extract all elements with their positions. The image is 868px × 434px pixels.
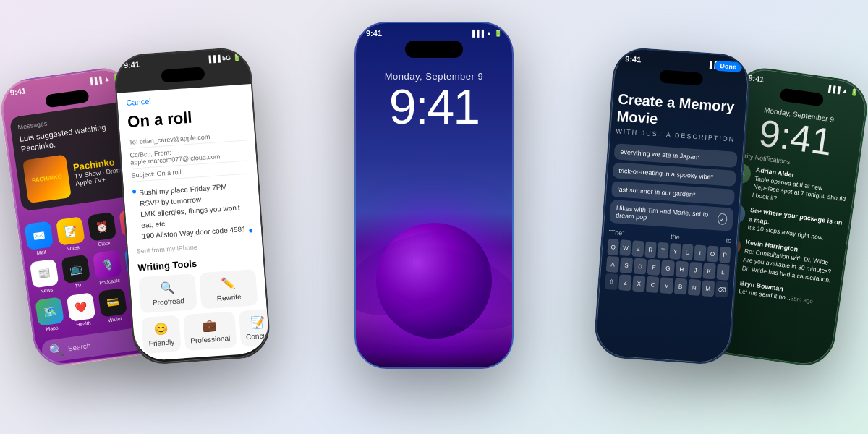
pachinko-info: Pachinko TV Show · Drama Apple TV+	[72, 155, 127, 187]
phone2-email-title: On a roll	[127, 105, 244, 132]
phone5-time: 9:41	[748, 73, 765, 84]
phone4-header: 9:41 ▐▐▐ ▲ 🔋 Done	[615, 48, 750, 75]
phone1-notif-source: Messages	[17, 120, 48, 132]
phone2-cancel-btn[interactable]: Cancel	[126, 90, 243, 107]
tool-proofread[interactable]: 🔍 Proofread	[138, 273, 197, 313]
tool-concise[interactable]: 📝 Concise	[239, 308, 270, 347]
app-tv[interactable]: 📺 TV	[61, 254, 91, 290]
memory-item-4[interactable]: Hikes with Tim and Marie, set to dream p…	[609, 200, 733, 231]
app-clock[interactable]: ⏰ Clock	[88, 212, 118, 248]
search-label: Search	[67, 341, 91, 352]
phone4-dynamic-island	[659, 69, 703, 85]
key-Z[interactable]: Z	[618, 274, 632, 291]
key-X[interactable]: X	[632, 275, 646, 292]
professional-label: Professional	[190, 334, 231, 345]
app-podcasts[interactable]: 🎙️ Podcasts	[93, 250, 123, 286]
writing-tools-grid: 🔍 Proofread ✏️ Rewrite	[138, 269, 258, 313]
phone3-dynamic-island	[405, 41, 463, 58]
key-U[interactable]: U	[681, 244, 694, 260]
phone4-time: 9:41	[625, 54, 642, 64]
phone2-status-bar: 9:41 ▐▐▐ 5G 🔋	[123, 53, 240, 69]
app-mail[interactable]: ✉️ Mail	[24, 221, 54, 257]
key-I[interactable]: I	[694, 244, 707, 261]
concise-icon: 📝	[250, 315, 265, 329]
phone4-content: Create a Memory Movie With just a descri…	[595, 84, 748, 365]
key-F[interactable]: F	[647, 259, 661, 276]
phone4-done-btn[interactable]: Done	[714, 61, 742, 73]
phone-4: 9:41 ▐▐▐ ▲ 🔋 Done Create a Memory Movie …	[593, 46, 752, 366]
rewrite-icon: ✏️	[221, 276, 236, 291]
key-H[interactable]: H	[675, 261, 689, 278]
blue-dot-1	[132, 190, 136, 193]
key-M[interactable]: M	[702, 280, 715, 297]
key-C[interactable]: C	[646, 276, 660, 293]
proofread-label: Proofread	[153, 297, 185, 307]
checkmark-circle: ✓	[717, 213, 727, 225]
friendly-label: Friendly	[148, 338, 174, 347]
key-B[interactable]: B	[673, 278, 687, 294]
app-notes[interactable]: 📝 Notes	[56, 216, 86, 252]
key-G[interactable]: G	[661, 260, 675, 276]
key-D[interactable]: D	[634, 258, 647, 275]
phone3-lockscreen: 9:41 ▐▐▐ ▲ 🔋 Monday, September 9 9:41	[356, 23, 512, 367]
key-R[interactable]: R	[644, 242, 657, 258]
app-maps[interactable]: 🗺️ Maps	[35, 297, 65, 333]
app-health[interactable]: ❤️ Health	[67, 292, 97, 328]
phone-2: 9:41 ▐▐▐ 5G 🔋 Cancel On a roll To: brian…	[113, 46, 272, 366]
proofread-icon: 🔍	[160, 281, 175, 295]
tool-professional[interactable]: 💼 Professional	[183, 311, 237, 351]
phone4-keyboard: "The" the to Q W E R T Y U I O P A	[605, 229, 731, 298]
key-S[interactable]: S	[620, 257, 634, 273]
writing-tools-row2: 😊 Friendly 💼 Professional 📝 Concise	[141, 310, 260, 354]
notif-4-text: Bryn Bowman Let me send it no... 35m ago	[738, 278, 814, 307]
phone3-lock-time: 9:41	[363, 82, 505, 131]
friendly-icon: 😊	[153, 322, 169, 336]
rewrite-label: Rewrite	[216, 293, 242, 302]
search-icon: 🔍	[48, 342, 64, 358]
tool-rewrite[interactable]: ✏️ Rewrite	[199, 269, 258, 309]
phone3-content: Monday, September 9 9:41	[356, 64, 512, 138]
concise-label: Concise	[246, 331, 270, 341]
phone4-memory-list: everything we ate in Japan* trick-or-tre…	[609, 143, 737, 231]
app-news[interactable]: 📰 News	[30, 258, 60, 294]
key-P[interactable]: P	[719, 247, 731, 263]
key-O[interactable]: O	[707, 246, 719, 263]
phone2-dynamic-island	[161, 67, 205, 82]
phone2-mail-content: Cancel On a roll To: brian_carey@apple.c…	[117, 84, 270, 362]
phone3-date: Monday, September 9	[363, 71, 505, 82]
key-T[interactable]: T	[657, 242, 669, 259]
phone2-email-footer: Sent from my iPhone	[137, 239, 254, 255]
key-delete[interactable]: ⌫	[715, 281, 729, 297]
phone3-status-bar: 9:41 ▐▐▐ ▲ 🔋	[356, 23, 512, 41]
key-Y[interactable]: Y	[669, 243, 681, 260]
professional-icon: 💼	[202, 318, 217, 333]
phone3-time: 9:41	[366, 29, 382, 38]
pachinko-card: PACHINKO Pachinko TV Show · Drama Apple …	[22, 145, 132, 203]
key-W[interactable]: W	[620, 239, 632, 256]
key-E[interactable]: E	[632, 240, 644, 257]
phone1-time: 9:41	[9, 86, 26, 97]
tool-friendly[interactable]: 😊 Friendly	[141, 315, 181, 354]
key-K[interactable]: K	[702, 263, 716, 279]
phone4-title: Create a Memory Movie	[616, 90, 741, 133]
key-shift[interactable]: ⇧	[605, 273, 618, 290]
phone-3: 9:41 ▐▐▐ ▲ 🔋 Monday, September 9 9:41	[354, 22, 514, 369]
phone2-email-body: Sushi my place Friday 7PM RSVP by tomorr…	[132, 179, 253, 242]
phones-container: 9:41 ▐▐▐ ▲ 🔋 Messages Luis suggested wat…	[0, 0, 868, 434]
phone2-time: 9:41	[123, 60, 140, 70]
notif-1-text: Adrian Alder Table opened at that new Ne…	[752, 166, 850, 213]
notif-3-text: Kevin Harrington Re: Consultation with D…	[741, 238, 840, 286]
key-Q[interactable]: Q	[607, 239, 619, 255]
key-J[interactable]: J	[689, 262, 702, 278]
key-L[interactable]: L	[716, 264, 730, 281]
key-V[interactable]: V	[660, 277, 673, 294]
key-N[interactable]: N	[687, 279, 701, 296]
pachinko-thumbnail: PACHINKO	[22, 154, 72, 203]
blue-dot-2	[249, 229, 252, 232]
app-wallet[interactable]: 💳 Wallet	[98, 288, 128, 324]
key-A[interactable]: A	[606, 256, 620, 273]
